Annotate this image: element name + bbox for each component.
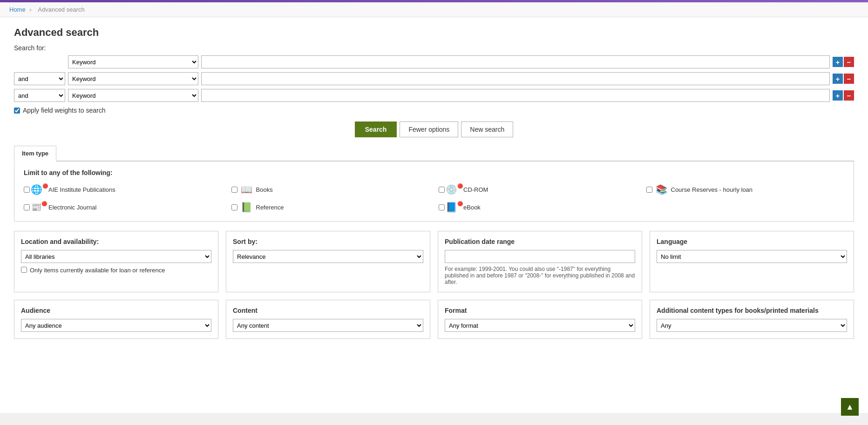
loan-checkbox[interactable] [21, 267, 27, 273]
tab-item-type[interactable]: Item type [14, 146, 56, 162]
operator-select-3[interactable]: and or not [14, 89, 65, 102]
search-rows: Keyword Title Author Subject + − and or … [14, 55, 854, 102]
content-select[interactable]: Any content Fiction Non-fiction [233, 319, 423, 332]
breadcrumb: Home › Advanced search [9, 6, 859, 13]
additional-content-select[interactable]: Any Illustrated Biography [657, 319, 847, 332]
search-input-2[interactable] [201, 72, 830, 85]
checkbox-ejournal[interactable] [24, 204, 30, 210]
operator-select-2[interactable]: and or not [14, 72, 65, 85]
loan-checkbox-row: Only items currently available for loan … [21, 267, 211, 275]
pubdate-hint: For example: 1999-2001. You could also u… [445, 266, 635, 285]
additional-content-title: Additional content types for books/print… [657, 307, 847, 314]
audience-title: Audience [21, 307, 211, 314]
tabs: Item type [14, 145, 854, 162]
checkbox-reference[interactable] [231, 204, 237, 210]
label-cdrom: CD-ROM [463, 186, 488, 193]
breadcrumb-home[interactable]: Home [9, 6, 26, 13]
search-for-label: Search for: [14, 44, 854, 52]
icon-books: 📖 [240, 183, 253, 196]
item-type-reference: 📗 Reference [231, 201, 430, 214]
item-type-ebook: 📘🔴 eBook [439, 201, 637, 214]
apply-weights-label: Apply field weights to search [23, 107, 105, 114]
checkbox-cdrom[interactable] [439, 187, 445, 193]
checkbox-books[interactable] [231, 187, 237, 193]
label-ejournal: Electronic Journal [48, 204, 96, 211]
icon-ebook: 📘🔴 [448, 201, 461, 214]
apply-weights-row: Apply field weights to search [14, 107, 854, 114]
item-type-books: 📖 Books [231, 183, 430, 196]
remove-row-2-button[interactable]: − [844, 74, 854, 84]
field-select-1[interactable]: Keyword Title Author Subject [68, 55, 198, 68]
icon-reference: 📗 [240, 201, 253, 214]
action-buttons: Search Fewer options New search [14, 121, 854, 137]
search-row-2: and or not Keyword Title Author Subject … [14, 72, 854, 85]
label-reference: Reference [256, 204, 284, 211]
sort-title: Sort by: [233, 238, 423, 245]
icon-aie: 🌐🔴 [33, 183, 46, 196]
audience-select[interactable]: Any audience Adult Juvenile Young adult [21, 319, 211, 332]
location-title: Location and availability: [21, 238, 211, 245]
row-buttons-1: + − [833, 57, 854, 67]
icon-cdrom: 💿🔴 [448, 183, 461, 196]
icon-ejournal: 📰🔴 [33, 201, 46, 214]
add-row-2-button[interactable]: + [833, 74, 843, 84]
checkbox-aie[interactable] [24, 187, 30, 193]
label-ebook: eBook [463, 204, 481, 211]
item-type-ejournal: 📰🔴 Electronic Journal [24, 201, 222, 214]
format-panel: Format Any format Print Electronic Audio… [438, 300, 642, 339]
label-course: Course Reserves - hourly loan [671, 186, 753, 193]
breadcrumb-separator: › [29, 6, 31, 13]
limit-label: Limit to any of the following: [24, 169, 844, 176]
checkbox-ebook[interactable] [439, 204, 445, 210]
pubdate-input[interactable] [445, 250, 635, 263]
loan-label: Only items currently available for loan … [30, 267, 165, 275]
remove-row-3-button[interactable]: − [844, 90, 854, 101]
label-aie: AIE Institute Publications [48, 186, 115, 193]
remove-row-1-button[interactable]: − [844, 57, 854, 67]
language-title: Language [657, 238, 847, 245]
audience-panel: Audience Any audience Adult Juvenile You… [14, 300, 218, 339]
language-panel: Language No limit English French Spanish… [650, 231, 854, 292]
main-content: Advanced search Search for: Keyword Titl… [0, 17, 868, 413]
sort-select[interactable]: Relevance Title Author Date [233, 250, 423, 263]
add-row-3-button[interactable]: + [833, 90, 843, 101]
additional-content-panel: Additional content types for books/print… [650, 300, 854, 339]
content-panel: Content Any content Fiction Non-fiction [226, 300, 430, 339]
item-type-course: 📚 Course Reserves - hourly loan [646, 183, 845, 196]
item-type-grid: 🌐🔴 AIE Institute Publications 📖 Books 💿🔴… [24, 183, 844, 214]
row-buttons-2: + − [833, 74, 854, 84]
page-title: Advanced search [14, 27, 854, 39]
scroll-top-icon: ▲ [846, 402, 854, 412]
pubdate-panel: Publication date range For example: 1999… [438, 231, 642, 292]
location-select[interactable]: All libraries Library A Library B [21, 250, 211, 263]
new-search-button[interactable]: New search [461, 121, 513, 137]
language-select[interactable]: No limit English French Spanish German [657, 250, 847, 263]
icon-course: 📚 [655, 183, 668, 196]
item-type-cdrom: 💿🔴 CD-ROM [439, 183, 637, 196]
content-title: Content [233, 307, 423, 314]
breadcrumb-current: Advanced search [38, 6, 84, 13]
search-input-3[interactable] [201, 89, 830, 102]
scroll-top-button[interactable]: ▲ [841, 398, 859, 413]
top-bar: Home › Advanced search [0, 2, 868, 17]
location-panel: Location and availability: All libraries… [14, 231, 218, 292]
pubdate-title: Publication date range [445, 238, 635, 245]
fewer-options-button[interactable]: Fewer options [400, 121, 458, 137]
item-type-aie: 🌐🔴 AIE Institute Publications [24, 183, 222, 196]
bottom-panels-row2: Audience Any audience Adult Juvenile You… [14, 300, 854, 339]
apply-weights-checkbox[interactable] [14, 108, 20, 114]
field-select-3[interactable]: Keyword Title Author Subject [68, 89, 198, 102]
row-buttons-3: + − [833, 90, 854, 101]
search-button[interactable]: Search [355, 121, 397, 137]
search-row-3: and or not Keyword Title Author Subject … [14, 89, 854, 102]
sort-panel: Sort by: Relevance Title Author Date [226, 231, 430, 292]
field-select-2[interactable]: Keyword Title Author Subject [68, 72, 198, 85]
format-select[interactable]: Any format Print Electronic Audiovisual [445, 319, 635, 332]
label-books: Books [256, 186, 273, 193]
format-title: Format [445, 307, 635, 314]
checkbox-course[interactable] [646, 187, 652, 193]
search-input-1[interactable] [201, 55, 830, 68]
add-row-1-button[interactable]: + [833, 57, 843, 67]
search-row-1: Keyword Title Author Subject + − [14, 55, 854, 68]
bottom-panels-row1: Location and availability: All libraries… [14, 231, 854, 292]
